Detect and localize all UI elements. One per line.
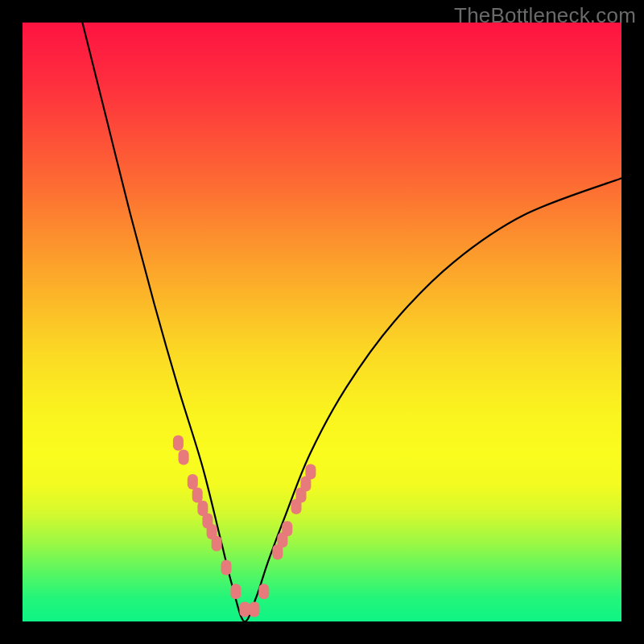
svg-rect-12 (258, 584, 269, 599)
bead-markers (173, 436, 316, 617)
svg-rect-2 (188, 474, 198, 489)
plot-area (23, 23, 621, 621)
svg-rect-9 (230, 584, 241, 599)
chart-frame: TheBottleneck.com (0, 0, 644, 644)
svg-rect-11 (249, 602, 259, 617)
svg-rect-3 (192, 488, 203, 503)
svg-rect-8 (221, 560, 232, 576)
bottleneck-curve (82, 23, 621, 621)
svg-rect-10 (240, 602, 250, 617)
svg-rect-19 (305, 464, 316, 480)
svg-rect-0 (173, 436, 184, 451)
curve-svg (23, 23, 621, 621)
svg-rect-1 (179, 450, 189, 465)
svg-rect-15 (282, 521, 292, 536)
svg-rect-7 (212, 536, 222, 551)
